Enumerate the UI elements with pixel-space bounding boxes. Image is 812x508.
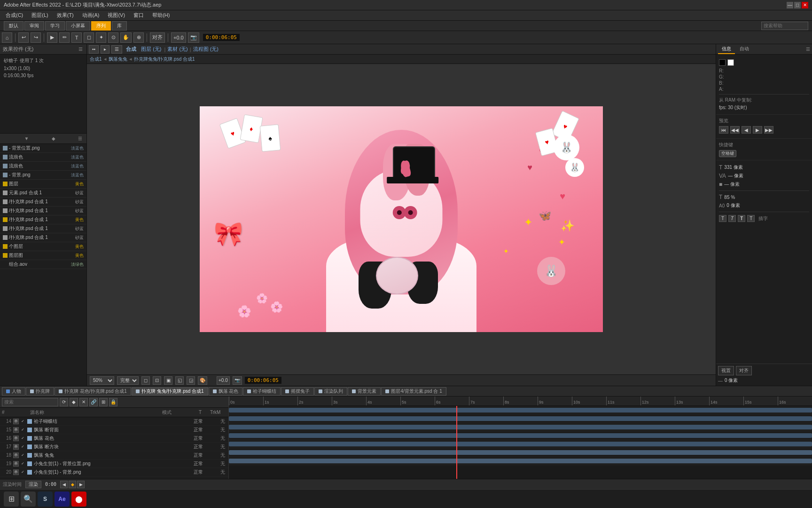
comp-nav-play[interactable]: ▸ — [101, 45, 109, 54]
tl-btn-link[interactable]: 🔗 — [89, 398, 98, 406]
visible-icon[interactable]: ✓ — [20, 427, 25, 433]
breadcrumb-item-2[interactable]: 飘落兔兔 — [109, 56, 127, 63]
steam-app[interactable]: S — [38, 492, 53, 507]
comp-tab-图层4/背景[interactable]: 图层4/背景元素.psd 合 1 — [381, 387, 446, 396]
render-button[interactable]: 渲染 — [25, 481, 41, 488]
preview-prev[interactable]: ◀◀ — [730, 126, 740, 134]
comp-tab-扑克牌[interactable]: 扑克牌 — [26, 387, 54, 396]
menu-item-t[interactable]: 效果(T) — [53, 11, 78, 20]
workspace-tab-库[interactable]: 库 — [112, 21, 127, 31]
menu-item-l[interactable]: 图层(L) — [28, 11, 52, 20]
menu-item-v[interactable]: 视图(V) — [104, 11, 129, 20]
visible-icon[interactable]: ✓ — [20, 469, 25, 475]
list-item[interactable]: /扑克牌.psd 合成 1 砂蓝 — [0, 224, 86, 233]
quality-select[interactable]: 完整 1/2 1/4 — [117, 376, 139, 385]
tl-btn-key[interactable]: ◆ — [70, 398, 78, 406]
toolbar-home[interactable]: ⌂ — [2, 32, 12, 43]
solo-icon[interactable]: 单 — [13, 436, 19, 441]
red-app[interactable]: ⬤ — [71, 492, 86, 507]
menu-item-c[interactable]: 合成(C) — [2, 11, 27, 20]
preview-back[interactable]: ◀ — [742, 126, 751, 134]
toolbar-select[interactable]: ▶ — [47, 32, 57, 43]
table-row[interactable]: 19 单 ✓ 小兔生贺(1) - 背景位置.png 正常 无 — [0, 460, 228, 468]
comp-nav-menu[interactable]: ☰ — [111, 45, 122, 54]
tl-btn-lock[interactable]: 🔒 — [109, 398, 117, 406]
comp-tab-摇摆兔子[interactable]: 摇摆兔子 — [281, 387, 314, 396]
effects-panel-menu[interactable]: ☰ — [77, 46, 84, 53]
breadcrumb-item-1[interactable]: 合成1 — [90, 56, 102, 63]
comp-tab-背景元素[interactable]: 背景元素 — [348, 387, 381, 396]
comp-tab-扑克牌 花色[interactable]: 扑克牌 花色/扑克牌.psd 合成1 — [55, 387, 131, 396]
view-toggle-5[interactable]: ◲ — [187, 376, 195, 385]
table-row[interactable]: 14 单 ✓ 袷子蝴蝶结 正常 无 — [0, 417, 228, 426]
snapshot[interactable]: 📷 — [233, 376, 242, 385]
timeline-search[interactable] — [2, 398, 58, 406]
comp-nav-layer[interactable]: ▪▪ — [89, 45, 99, 54]
table-row[interactable]: 18 单 ✓ 飘落 兔兔 正常 无 — [0, 451, 228, 460]
table-row[interactable]: 17 单 ✓ 飘落 断方块 正常 无 — [0, 443, 228, 451]
right-panel-menu[interactable]: ☰ — [806, 47, 810, 52]
workspace-tab-学习[interactable]: 学习 — [45, 21, 65, 31]
minimize-button[interactable]: — — [787, 2, 793, 8]
list-item[interactable]: 流痕色 淡蓝色 — [0, 153, 86, 162]
visible-icon[interactable]: ✓ — [20, 419, 25, 424]
search-taskbar[interactable]: 🔍 — [21, 492, 36, 507]
workspace-tab-默认[interactable]: 默认 — [4, 21, 23, 31]
list-item[interactable]: 个图层 黄色 — [0, 242, 86, 251]
list-item[interactable]: 图层 黄色 — [0, 180, 86, 189]
background-color[interactable] — [727, 59, 734, 66]
toolbar-pen[interactable]: ✏ — [59, 32, 70, 43]
solo-icon[interactable]: 单 — [13, 452, 19, 458]
layers-icon[interactable]: ◆ — [50, 135, 57, 142]
table-row[interactable]: 20 单 ✓ 小兔生贺(1) - 背景.png 正常 无 — [0, 468, 228, 476]
style-bold[interactable]: T — [719, 215, 726, 222]
toolbar-undo[interactable]: ↩ — [18, 32, 29, 43]
toolbar-hand[interactable]: ✋ — [120, 32, 132, 43]
visible-icon[interactable]: ✓ — [20, 436, 25, 441]
kf-next[interactable]: ▶ — [77, 481, 85, 488]
visible-icon[interactable]: ✓ — [20, 444, 25, 450]
workspace-tab-小屏幕[interactable]: 小屏幕 — [66, 21, 90, 31]
tab-position[interactable]: 视置 — [718, 366, 734, 375]
tl-btn-delete[interactable]: ✕ — [79, 398, 88, 406]
start-button[interactable]: ⊞ — [4, 492, 19, 507]
layers-expand[interactable]: ▼ — [23, 135, 30, 142]
style-italic[interactable]: T — [728, 215, 736, 222]
list-item[interactable]: /扑克牌.psd 合成 1 砂蓝 — [0, 198, 86, 206]
solo-icon[interactable]: 单 — [13, 427, 19, 433]
solo-icon[interactable]: 单 — [13, 469, 19, 475]
list-item[interactable]: - 背景.png 淡蓝色 — [0, 171, 86, 180]
toolbar-shape[interactable]: ◻ — [84, 32, 94, 43]
color-toggle[interactable]: 🎨 — [198, 376, 207, 385]
style-heavy[interactable]: T — [738, 215, 745, 222]
list-item[interactable]: 图层图 黄色 — [0, 251, 86, 260]
visible-icon[interactable]: ✓ — [20, 461, 25, 467]
comp-tab-渲染队列[interactable]: 渲染队列 — [314, 387, 347, 396]
comp-tab-袷子蝴蝶结[interactable]: 袷子蝴蝶结 — [243, 387, 281, 396]
toolbar-align[interactable]: 对齐 — [150, 32, 165, 43]
solo-icon[interactable]: 单 — [13, 461, 19, 467]
toolbar-add[interactable]: +0.0 — [171, 32, 186, 43]
ae-app[interactable]: Ae — [55, 492, 70, 507]
toolbar-zoom-tool[interactable]: ⊕ — [133, 32, 144, 43]
playhead[interactable] — [456, 406, 457, 479]
preview-first[interactable]: ⏮ — [719, 126, 728, 134]
toolbar-brush[interactable]: ✦ — [96, 32, 106, 43]
add-exposure[interactable]: +0.0 — [217, 376, 230, 385]
toolbar-camera[interactable]: 📷 — [188, 32, 199, 43]
help-search-input[interactable] — [761, 22, 808, 30]
maximize-button[interactable]: □ — [794, 2, 801, 8]
toolbar-redo[interactable]: ↪ — [31, 32, 41, 43]
kf-prev[interactable]: ◀ — [60, 481, 68, 488]
menu-item-h[interactable]: 帮助(H) — [148, 11, 173, 20]
view-toggle-1[interactable]: ◻ — [141, 376, 150, 385]
list-item[interactable]: 组合.aov 淡绿色 — [0, 260, 86, 269]
tl-btn-grid[interactable]: ⊞ — [99, 398, 108, 406]
zoom-select[interactable]: 50% 100% 200% — [90, 376, 114, 385]
view-toggle-2[interactable]: ⊡ — [153, 376, 161, 385]
comp-tab-飘落 花色[interactable]: 飘落 花色 — [209, 387, 243, 396]
close-button[interactable]: ✕ — [802, 2, 808, 8]
workspace-tab-审阅[interactable]: 审阅 — [24, 21, 44, 31]
tl-btn-loop[interactable]: ⟳ — [60, 398, 68, 406]
style-all[interactable]: T — [747, 215, 755, 222]
